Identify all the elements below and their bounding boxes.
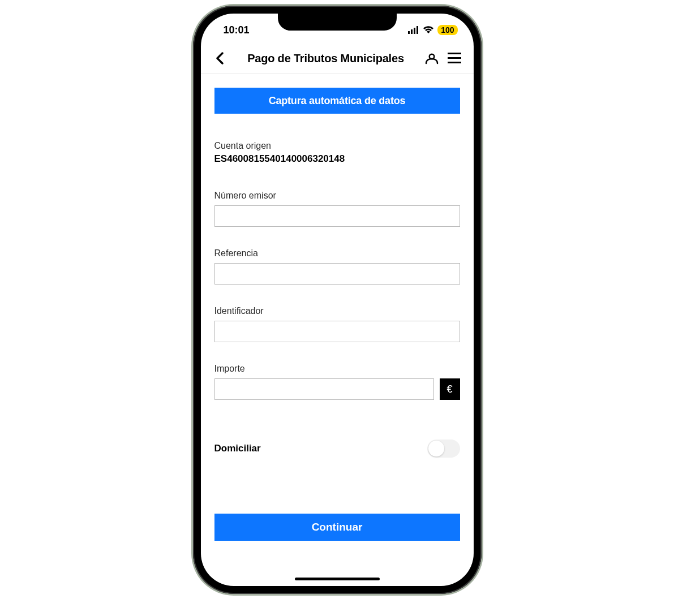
phone-notch: [278, 14, 397, 31]
amount-row: €: [214, 378, 460, 400]
headset-icon: [424, 51, 439, 66]
hamburger-icon: [448, 53, 461, 64]
origin-account-label: Cuenta origen: [214, 141, 460, 151]
wifi-icon: [423, 26, 434, 34]
issuer-input[interactable]: [214, 205, 460, 227]
cellular-signal-icon: [408, 26, 419, 34]
svg-rect-7: [448, 57, 461, 59]
battery-level-badge: 100: [437, 25, 457, 35]
reference-field: Referencia: [214, 248, 460, 285]
back-button[interactable]: [212, 52, 228, 64]
currency-symbol: €: [440, 378, 460, 400]
status-time: 10:01: [224, 24, 250, 36]
issuer-label: Número emisor: [214, 191, 460, 201]
identifier-label: Identificador: [214, 306, 460, 316]
content-area: Captura automática de datos Cuenta orige…: [201, 74, 474, 586]
svg-point-5: [430, 55, 433, 58]
reference-input[interactable]: [214, 263, 460, 285]
phone-frame: 10:01 100 Pago de Tributos Municipales: [193, 6, 482, 594]
amount-field: Importe €: [214, 364, 460, 400]
identifier-input[interactable]: [214, 321, 460, 342]
domiciliar-row: Domiciliar: [214, 440, 460, 458]
identifier-field: Identificador: [214, 306, 460, 342]
origin-account-value: ES4600815540140006320148: [214, 153, 460, 165]
status-right: 100: [408, 25, 457, 35]
svg-rect-8: [448, 62, 461, 63]
footer: Continuar: [214, 514, 460, 586]
chevron-left-icon: [216, 52, 225, 64]
svg-rect-3: [417, 26, 418, 34]
continue-button[interactable]: Continuar: [214, 514, 460, 541]
svg-rect-1: [411, 29, 413, 34]
svg-rect-2: [414, 28, 415, 34]
amount-input[interactable]: [214, 378, 434, 400]
amount-label: Importe: [214, 364, 460, 374]
auto-capture-button[interactable]: Captura automática de datos: [214, 88, 460, 114]
support-button[interactable]: [424, 51, 440, 66]
svg-rect-6: [448, 53, 461, 54]
navigation-bar: Pago de Tributos Municipales: [201, 44, 474, 74]
domiciliar-label: Domiciliar: [214, 443, 261, 454]
menu-button[interactable]: [447, 53, 462, 64]
phone-screen: 10:01 100 Pago de Tributos Municipales: [201, 14, 474, 586]
domiciliar-toggle[interactable]: [427, 440, 460, 458]
home-indicator[interactable]: [295, 578, 380, 580]
svg-rect-0: [408, 31, 410, 34]
reference-label: Referencia: [214, 248, 460, 259]
toggle-thumb: [428, 441, 444, 456]
page-title: Pago de Tributos Municipales: [235, 52, 417, 65]
issuer-field: Número emisor: [214, 191, 460, 227]
